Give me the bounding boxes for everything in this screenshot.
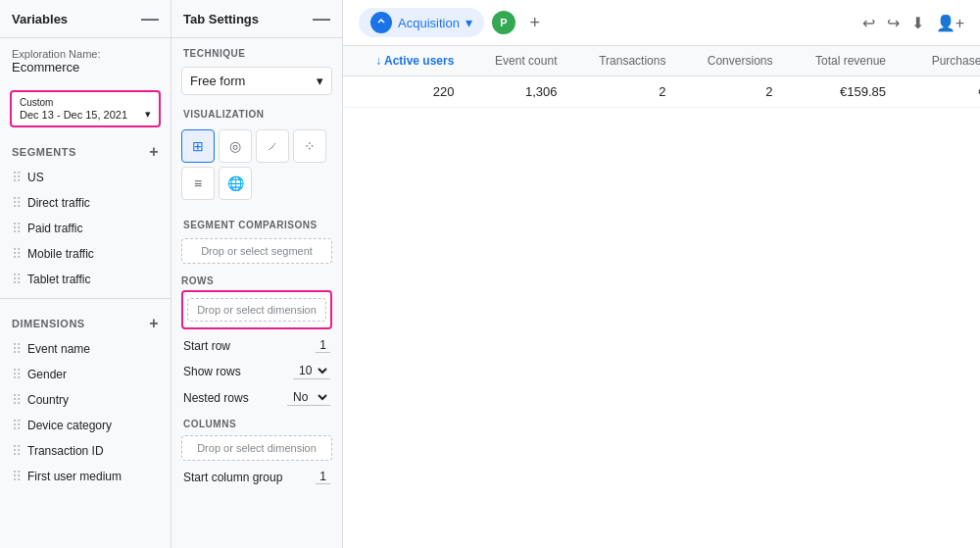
acquisition-label: Acquisition [398,16,460,30]
undo-button[interactable]: ↩ [862,14,875,32]
segments-label: SEGMENTS [12,146,76,158]
visualization-section: ⊞ ◎ ⟋ ⁘ ≡ 🌐 [172,124,342,210]
drag-icon: ⠿ [12,170,22,185]
cell-event-count: 1,306 [466,76,568,108]
date-range-selector[interactable]: Custom Dec 13 - Dec 15, 2021 ▾ [10,90,161,127]
dimension-item-event-name[interactable]: ⠿ Event name [0,336,171,362]
dimensions-list: ⠿ Event name ⠿ Gender ⠿ Country ⠿ Device… [0,336,171,489]
viz-table-button[interactable]: ⊞ [181,129,215,163]
drop-segment-zone[interactable]: Drop or select segment [181,238,332,264]
dimension-label: Event name [27,342,90,356]
col-header-purchase-revenue[interactable]: Purchase reve... [898,46,980,76]
col-header-conversions[interactable]: Conversions [677,46,784,76]
user-initial: P [500,17,507,28]
drag-icon: ⠿ [12,392,22,408]
acquisition-chevron-icon: ▾ [466,15,472,30]
segment-item-tablet[interactable]: ⠿ Tablet traffic [0,267,171,292]
segment-item-paid[interactable]: ⠿ Paid traffic [0,216,171,241]
drop-segment-label: Drop or select segment [201,245,313,257]
cell-conversions: 2 [677,76,784,108]
acquisition-tab[interactable]: Acquisition ▾ [359,8,484,37]
variables-title: Variables [12,12,68,26]
visualization-label: VISUALIZATION [172,99,342,124]
acquisition-icon [370,12,392,33]
main-content: Acquisition ▾ P + ↩ ↪ ⬇ 👤+ ↓ Active user… [343,0,980,548]
technique-label: TECHNIQUE [172,38,342,63]
table-header-row: ↓ Active users Event count Transactions … [343,46,980,76]
segments-list: ⠿ US ⠿ Direct traffic ⠿ Paid traffic ⠿ M… [0,165,171,292]
segment-label: Paid traffic [27,222,82,235]
dimension-item-country[interactable]: ⠿ Country [0,387,171,413]
drag-icon: ⠿ [12,418,22,433]
segment-label: Direct traffic [27,196,90,210]
viz-line-button[interactable]: ⟋ [256,129,289,163]
start-column-group-value: 1 [316,470,330,484]
show-rows-select[interactable]: 10 25 50 [293,363,330,379]
segment-item-mobile[interactable]: ⠿ Mobile traffic [0,241,171,267]
dimension-label: Gender [27,368,67,381]
show-rows-control: 10 25 50 [293,363,330,379]
cell-purchase-revenue: €159... [898,76,980,108]
drag-icon: ⠿ [12,246,22,262]
cell-active-users: 220 [343,76,466,108]
viz-scatter-button[interactable]: ⁘ [293,129,326,163]
drop-columns-label: Drop or select dimension [197,442,317,454]
col-header-total-revenue[interactable]: Total revenue [784,46,898,76]
dimension-label: Transaction ID [27,444,104,458]
variables-panel: Variables — Exploration Name: Ecommerce … [0,0,172,548]
sort-arrow-icon: ↓ [375,54,381,68]
dimension-item-gender[interactable]: ⠿ Gender [0,362,171,387]
col-header-transactions[interactable]: Transactions [568,46,677,76]
viz-geo-button[interactable]: 🌐 [219,167,252,200]
col-header-event-count[interactable]: Event count [466,46,568,76]
cell-total-revenue: €159.85 [784,76,898,108]
tab-settings-panel: Tab Settings — TECHNIQUE Free form ▾ VIS… [172,0,343,548]
date-range-value: Dec 13 - Dec 15, 2021 [20,109,127,121]
drag-icon: ⠿ [12,443,22,459]
share-button[interactable]: 👤+ [936,14,964,32]
start-row-label: Start row [183,339,230,353]
start-column-group-setting: Start column group 1 [172,465,342,489]
drop-dimension-label: Drop or select dimension [197,304,317,316]
segment-label: Mobile traffic [27,247,94,261]
nested-rows-select[interactable]: No Yes [287,389,330,406]
segment-comparisons-label: SEGMENT COMPARISONS [172,210,342,234]
table-row: 220 1,306 2 2 €159.85 €159... [343,76,980,108]
col-header-active-users[interactable]: ↓ Active users [343,46,466,76]
data-table: ↓ Active users Event count Transactions … [343,46,980,108]
top-bar: Acquisition ▾ P + ↩ ↪ ⬇ 👤+ [343,0,980,46]
technique-chevron-icon: ▾ [317,74,323,88]
minimize-variables-button[interactable]: — [141,10,159,27]
columns-section-label: COLUMNS [172,411,342,431]
minimize-tab-settings-button[interactable]: — [313,10,330,27]
redo-button[interactable]: ↪ [887,14,900,32]
dimension-item-device-category[interactable]: ⠿ Device category [0,413,171,438]
download-button[interactable]: ⬇ [911,14,924,32]
dimension-item-first-user-medium[interactable]: ⠿ First user medium [0,464,171,489]
drop-columns-zone[interactable]: Drop or select dimension [181,435,332,461]
drag-icon: ⠿ [12,469,22,484]
rows-section-outer-label: ROWS [181,275,332,286]
add-tab-button[interactable]: + [523,11,547,34]
nested-rows-control: No Yes [287,389,330,406]
nested-rows-setting: Nested rows No Yes [172,384,342,411]
add-segment-button[interactable]: + [149,143,159,161]
drag-icon: ⠿ [12,367,22,382]
technique-dropdown[interactable]: Free form ▾ [181,67,332,95]
divider [0,298,171,299]
viz-donut-button[interactable]: ◎ [219,129,252,163]
drag-icon: ⠿ [12,221,22,236]
top-bar-actions: ↩ ↪ ⬇ 👤+ [862,14,964,32]
tab-settings-header: Tab Settings — [172,0,342,38]
drop-dimension-zone[interactable]: Drop or select dimension [187,298,326,322]
segment-item-us[interactable]: ⠿ US [0,165,171,190]
variables-header: Variables — [0,0,171,38]
add-dimension-button[interactable]: + [149,315,159,332]
cell-transactions: 2 [568,76,677,108]
dimension-item-transaction-id[interactable]: ⠿ Transaction ID [0,438,171,464]
viz-bar-button[interactable]: ≡ [181,167,215,200]
segment-item-direct[interactable]: ⠿ Direct traffic [0,190,171,216]
show-rows-label: Show rows [183,365,241,378]
dimensions-label: DIMENSIONS [12,318,85,329]
dimension-label: Country [27,393,69,407]
